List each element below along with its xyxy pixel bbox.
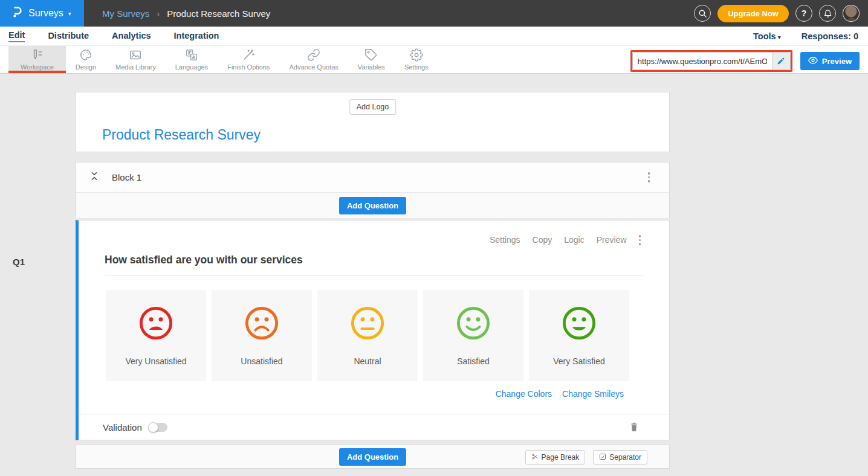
- survey-nav: Edit Distribute Analytics Integration To…: [0, 27, 868, 46]
- share-area: Preview: [630, 50, 860, 72]
- search-icon[interactable]: [694, 5, 711, 22]
- question-menu-kebab-icon[interactable]: [636, 233, 644, 248]
- block-header: Block 1: [76, 162, 669, 193]
- tab-workspace[interactable]: Workspace: [8, 46, 66, 73]
- option-very-unsatisfied[interactable]: Very Unsatisfied: [106, 290, 206, 381]
- share-url-annotation-box: [630, 50, 792, 72]
- satisfied-face-icon: [456, 306, 491, 341]
- eye-icon: [808, 56, 818, 67]
- upgrade-now-button[interactable]: Upgrade Now: [717, 5, 789, 22]
- preview-button[interactable]: Preview: [800, 52, 860, 70]
- validation-label: Validation: [103, 422, 142, 433]
- footer-tools: Page Break Separator: [525, 450, 647, 465]
- magic-wand-icon: [242, 48, 255, 62]
- edit-toolbar: Workspace Design Media Library Languages…: [0, 46, 868, 74]
- smiley-customize-links: Change Colors Change Smileys: [79, 389, 624, 399]
- top-bar-actions: Upgrade Now ?: [694, 5, 868, 22]
- survey-title[interactable]: Product Research Survey: [102, 127, 261, 143]
- top-bar: Surveys ▾ My Surveys › Product Research …: [0, 0, 868, 27]
- checkbox-checked-icon: [599, 453, 606, 462]
- question-copy-link[interactable]: Copy: [533, 235, 552, 245]
- image-icon: [129, 48, 142, 62]
- page-break-button[interactable]: Page Break: [525, 450, 586, 465]
- question-settings-link[interactable]: Settings: [490, 235, 520, 245]
- nav-item-edit[interactable]: Edit: [8, 30, 25, 42]
- option-unsatisfied[interactable]: Unsatisfied: [212, 290, 312, 381]
- chain-link-icon: [307, 48, 320, 62]
- questionpro-logo-icon: [10, 5, 23, 21]
- workspace-active-underline-annotation: [8, 71, 66, 73]
- very-unsatisfied-face-icon: [138, 306, 173, 341]
- breadcrumb-current: Product Research Survey: [167, 8, 270, 19]
- breadcrumb-parent-link[interactable]: My Surveys: [102, 8, 149, 19]
- question-index: Q1: [13, 257, 25, 267]
- tag-icon: [364, 48, 378, 62]
- very-satisfied-face-icon: [562, 306, 597, 341]
- survey-header-card: Add Logo Product Research Survey: [76, 92, 670, 152]
- chevron-down-icon: ▾: [68, 10, 71, 17]
- breadcrumb: My Surveys › Product Research Survey: [102, 8, 270, 19]
- product-name: Surveys: [28, 8, 63, 19]
- add-question-button-bottom[interactable]: Add Question: [339, 448, 406, 466]
- question-preview-link[interactable]: Preview: [597, 235, 627, 245]
- question-card: Settings Copy Logic Preview How satisfie…: [76, 220, 670, 440]
- option-satisfied[interactable]: Satisfied: [423, 290, 523, 381]
- question-logic-link[interactable]: Logic: [564, 235, 584, 245]
- tab-variables[interactable]: Variables: [348, 46, 395, 73]
- change-colors-link[interactable]: Change Colors: [496, 389, 552, 399]
- questionpro-app: Surveys ▾ My Surveys › Product Research …: [0, 0, 868, 476]
- tab-design[interactable]: Design: [66, 46, 106, 73]
- scissors-icon: [531, 453, 539, 462]
- add-logo-button[interactable]: Add Logo: [349, 99, 397, 115]
- question-title[interactable]: How satisfied are you with our services: [105, 254, 643, 275]
- chevron-down-icon: ▾: [778, 34, 781, 40]
- nav-item-distribute[interactable]: Distribute: [48, 31, 89, 42]
- nav-right: Tools▾ Responses: 0: [753, 31, 858, 41]
- tab-media-library[interactable]: Media Library: [106, 46, 166, 73]
- option-neutral[interactable]: Neutral: [317, 290, 418, 381]
- survey-workspace: Q1 Add Logo Product Research Survey Bloc…: [0, 74, 868, 476]
- add-question-strip-top: Add Question: [76, 193, 669, 218]
- user-avatar[interactable]: [843, 5, 860, 22]
- collapse-block-icon[interactable]: [90, 170, 99, 184]
- add-question-button-top[interactable]: Add Question: [339, 197, 406, 214]
- validation-row: Validation: [79, 414, 669, 440]
- option-very-satisfied[interactable]: Very Satisfied: [529, 290, 629, 381]
- smiley-scale: Very Unsatisfied Unsatisfied Neutral: [106, 290, 669, 381]
- translate-icon: [185, 48, 198, 62]
- delete-question-trash-icon[interactable]: [629, 422, 639, 433]
- tab-finish-options[interactable]: Finish Options: [218, 46, 279, 73]
- tab-advance-quotas[interactable]: Advance Quotas: [279, 46, 348, 73]
- unsatisfied-face-icon: [244, 306, 279, 341]
- brand-menu[interactable]: Surveys ▾: [0, 0, 84, 27]
- palette-icon: [79, 48, 92, 62]
- tab-settings[interactable]: Settings: [395, 46, 438, 73]
- block-card: Block 1 Add Question: [76, 162, 670, 218]
- tab-languages[interactable]: Languages: [166, 46, 218, 73]
- workspace-icon: [30, 48, 44, 62]
- block-title[interactable]: Block 1: [112, 172, 141, 182]
- breadcrumb-separator-icon: ›: [157, 8, 160, 19]
- neutral-face-icon: [350, 306, 385, 341]
- share-url-input[interactable]: [633, 57, 772, 66]
- share-url-field: [632, 52, 791, 70]
- separator-button[interactable]: Separator: [593, 450, 647, 465]
- change-smileys-link[interactable]: Change Smileys: [562, 389, 624, 399]
- block-menu-kebab-icon[interactable]: [646, 170, 653, 185]
- block-footer-strip: Add Question Page Break Separator: [76, 445, 670, 469]
- nav-item-integration[interactable]: Integration: [174, 31, 219, 42]
- gear-icon: [410, 48, 423, 62]
- bell-icon[interactable]: [819, 5, 836, 22]
- edit-url-pencil-icon[interactable]: [772, 53, 790, 69]
- question-actions: Settings Copy Logic Preview: [79, 220, 669, 248]
- nav-item-analytics[interactable]: Analytics: [112, 31, 151, 42]
- responses-count: Responses: 0: [802, 31, 858, 41]
- validation-toggle[interactable]: [149, 423, 167, 432]
- help-icon[interactable]: ?: [795, 5, 812, 22]
- tools-dropdown[interactable]: Tools▾: [753, 31, 781, 41]
